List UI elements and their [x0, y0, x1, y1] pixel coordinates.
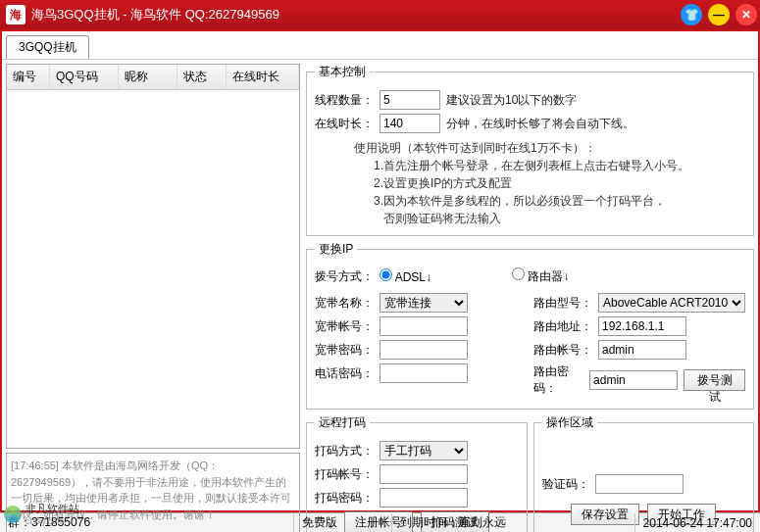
skin-button[interactable]: 👕	[681, 4, 702, 25]
dama-pass-label: 打码密码：	[315, 490, 374, 507]
routerpass-label: 路由密码：	[533, 363, 583, 397]
basic-control-group: 基本控制 线程数量： 建议设置为10以下的数字 在线时长： 分钟，在线时长够了将…	[306, 64, 754, 236]
minimize-button[interactable]: —	[708, 4, 730, 25]
connname-label: 宽带名称：	[315, 295, 374, 312]
account-grid[interactable]: 编号 QQ号码 昵称 状态 在线时长	[6, 64, 300, 449]
dama-mode-label: 打码方式：	[315, 443, 374, 459]
dama-legend: 远程打码	[315, 414, 370, 431]
tab-3gqq[interactable]: 3GQQ挂机	[6, 35, 89, 59]
routermodel-select[interactable]: AboveCable ACRT2010-11	[598, 293, 745, 313]
col-index[interactable]: 编号	[7, 65, 50, 89]
routermodel-label: 路由型号：	[533, 295, 592, 312]
bbpass-label: 宽带密码：	[315, 342, 374, 359]
grid-header: 编号 QQ号码 昵称 状态 在线时长	[7, 65, 299, 90]
bbuser-label: 宽带帐号：	[315, 318, 374, 335]
routeraddr-label: 路由地址：	[533, 318, 592, 335]
routeruser-input[interactable]	[598, 340, 686, 360]
col-status[interactable]: 状态	[177, 65, 227, 89]
router-label: 路由器↓	[528, 269, 569, 283]
app-logo-icon: 海	[6, 5, 25, 24]
bbpass-input[interactable]	[380, 340, 468, 360]
phone-input[interactable]	[380, 363, 468, 383]
window-title: 海鸟3GQQ挂机 - 海鸟软件 QQ:2627949569	[31, 6, 678, 24]
connname-select[interactable]: 宽带连接	[380, 293, 468, 313]
instr-2: 2.设置更换IP的方式及配置	[374, 174, 745, 192]
phone-label: 电话密码：	[315, 365, 374, 382]
thread-label: 线程数量：	[315, 92, 374, 109]
dial-mode-label: 拨号方式：	[315, 268, 374, 285]
routeruser-label: 路由帐号：	[533, 342, 592, 359]
basic-legend: 基本控制	[315, 64, 370, 80]
dama-user-input[interactable]	[380, 464, 468, 484]
dama-user-label: 打码帐号：	[315, 466, 374, 483]
online-input[interactable]	[380, 114, 440, 133]
routeraddr-input[interactable]	[598, 316, 686, 336]
close-button[interactable]: ✕	[735, 4, 757, 25]
instr-title: 使用说明（本软件可达到同时在线1万不卡）：	[354, 139, 745, 157]
instr-3: 3.因为本软件是多线程的，所以必须设置一个打码平台，	[374, 192, 745, 210]
bbuser-input[interactable]	[380, 316, 468, 336]
col-nick[interactable]: 昵称	[119, 65, 177, 89]
dama-mode-select[interactable]: 手工打码	[380, 441, 468, 460]
adsl-radio[interactable]: ADSL↓	[380, 268, 431, 284]
status-datetime: 2014-06-24 17:47:00	[635, 513, 760, 532]
router-radio[interactable]: 路由器↓	[512, 267, 569, 285]
status-edition: 免费版	[294, 513, 392, 532]
instructions: 使用说明（本软件可达到同时在线1万不卡）： 1.首先注册个帐号登录，在左侧列表框…	[354, 139, 745, 227]
ip-legend: 更换IP	[315, 241, 357, 258]
status-expiry: 到期时间：直到永远	[392, 513, 635, 532]
instr-4: 否则验证码将无法输入	[383, 210, 745, 227]
col-qq[interactable]: QQ号码	[50, 65, 119, 89]
status-group: 群：371855076	[0, 513, 294, 532]
online-label: 在线时长：	[315, 116, 374, 132]
dama-pass-input[interactable]	[380, 488, 468, 508]
status-bar: 群：371855076 免费版 到期时间：直到永远 2014-06-24 17:…	[0, 512, 760, 532]
tab-bar: 3GQQ挂机	[2, 31, 758, 60]
routerpass-input[interactable]	[589, 370, 678, 390]
instr-1: 1.首先注册个帐号登录，在左侧列表框上点击右键导入小号。	[374, 157, 745, 174]
dial-test-button[interactable]: 拨号测试	[684, 369, 745, 391]
thread-input[interactable]	[380, 90, 440, 110]
titlebar: 海 海鸟3GQQ挂机 - 海鸟软件 QQ:2627949569 👕 — ✕	[0, 0, 760, 29]
col-online[interactable]: 在线时长	[227, 65, 299, 89]
captcha-label: 验证码：	[542, 476, 589, 493]
captcha-input[interactable]	[595, 474, 684, 494]
change-ip-group: 更换IP 拨号方式： ADSL↓ 路由器↓ 宽带名称：宽带连接 宽带帐号： 宽带…	[306, 241, 754, 410]
ops-legend: 操作区域	[542, 414, 597, 431]
adsl-label: ADSL↓	[395, 270, 431, 284]
online-hint: 分钟，在线时长够了将会自动下线。	[446, 116, 634, 132]
thread-hint: 建议设置为10以下的数字	[446, 92, 577, 109]
